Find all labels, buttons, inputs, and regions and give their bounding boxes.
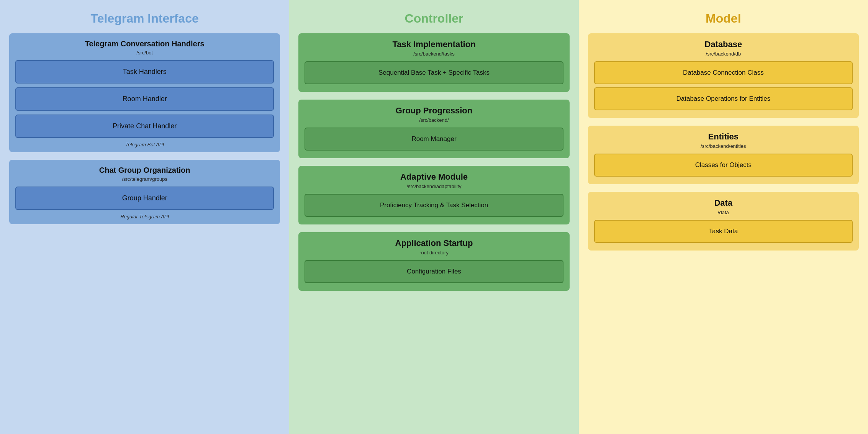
tg-bot-api-label: Telegram Bot API [15, 142, 274, 147]
application-startup-box: Application Startup root directory Confi… [298, 232, 569, 291]
telegram-column: Telegram Interface Telegram Conversation… [0, 0, 289, 434]
model-section3-title: Data [594, 198, 853, 208]
entities-box: Entities /src/backend/entities Classes f… [588, 126, 859, 184]
ctrl-section2-title: Group Progression [305, 106, 563, 116]
ctrl-config-files: Configuration Files [305, 260, 563, 283]
tg-section2-title: Chat Group Organization [15, 166, 274, 175]
model-column: Model Database /src/backend/db Database … [579, 0, 868, 434]
model-db-connection: Database Connection Class [594, 61, 853, 84]
ctrl-proficiency-tracking: Proficiency Tracking & Task Selection [305, 194, 563, 217]
ctrl-section3-subtitle: /src/backend/adaptability [305, 183, 563, 189]
tg-section2-subtitle: /src/telegram/groups [15, 176, 274, 182]
main-container: Telegram Interface Telegram Conversation… [0, 0, 868, 434]
model-task-data: Task Data [594, 220, 853, 243]
model-section2-title: Entities [594, 132, 853, 142]
model-section1-subtitle: /src/backend/db [594, 51, 853, 57]
ctrl-section1-title: Task Implementation [305, 39, 563, 49]
ctrl-section2-subtitle: /src/backend/ [305, 117, 563, 123]
tg-regular-api-label: Regular Telegram API [15, 214, 274, 219]
tg-task-handlers: Task Handlers [15, 60, 274, 84]
ctrl-section4-title: Application Startup [305, 238, 563, 248]
model-section3-subtitle: /data [594, 210, 853, 215]
ctrl-section4-subtitle: root directory [305, 250, 563, 255]
ctrl-room-manager: Room Manager [305, 128, 563, 151]
database-box: Database /src/backend/db Database Connec… [588, 33, 859, 118]
group-progression-box: Group Progression /src/backend/ Room Man… [298, 100, 569, 158]
data-box: Data /data Task Data [588, 192, 859, 251]
chat-group-organization-box: Chat Group Organization /src/telegram/gr… [9, 160, 280, 224]
tg-room-handler: Room Handler [15, 87, 274, 111]
model-section2-subtitle: /src/backend/entities [594, 143, 853, 149]
model-db-operations: Database Operations for Entities [594, 87, 853, 110]
adaptive-module-box: Adaptive Module /src/backend/adaptabilit… [298, 166, 569, 224]
model-section1-title: Database [594, 39, 853, 49]
model-classes-objects: Classes for Objects [594, 154, 853, 177]
controller-column-title: Controller [298, 11, 569, 26]
tg-section1-subtitle: /src/bot [15, 50, 274, 56]
telegram-column-title: Telegram Interface [9, 11, 280, 26]
model-column-title: Model [588, 11, 859, 26]
task-implementation-box: Task Implementation /src/backend/tasks S… [298, 33, 569, 92]
tg-group-handler: Group Handler [15, 187, 274, 210]
ctrl-section3-title: Adaptive Module [305, 172, 563, 182]
controller-column: Controller Task Implementation /src/back… [289, 0, 578, 434]
tg-private-chat-handler: Private Chat Handler [15, 115, 274, 138]
tg-section1-title: Telegram Conversation Handlers [15, 39, 274, 48]
ctrl-section1-subtitle: /src/backend/tasks [305, 51, 563, 57]
ctrl-sequential-tasks: Sequential Base Task + Specific Tasks [305, 61, 563, 84]
telegram-conversation-handlers-box: Telegram Conversation Handlers /src/bot … [9, 33, 280, 152]
